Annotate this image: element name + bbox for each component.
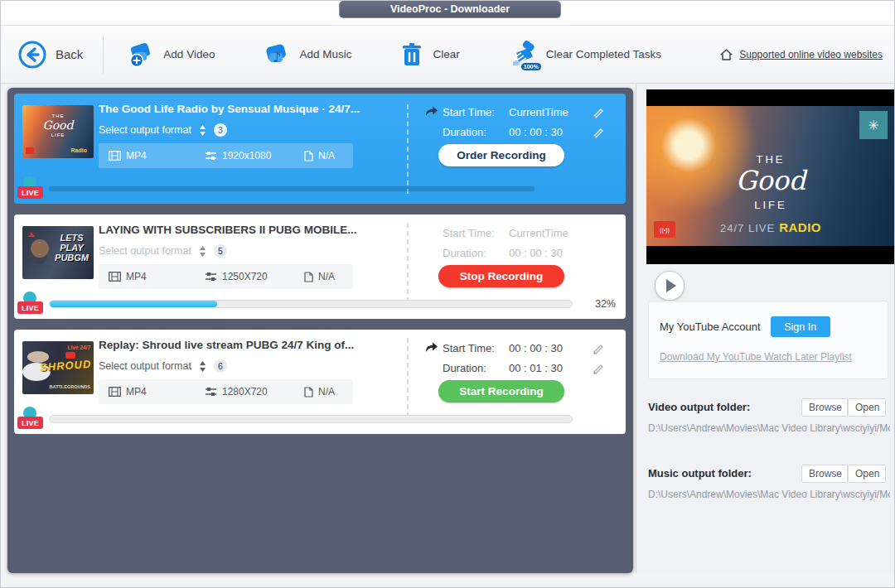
card-divider	[407, 104, 409, 194]
music-browse-button[interactable]: Browse	[801, 465, 848, 483]
youtube-account-label: My YouTube Account	[660, 321, 761, 333]
duration-value: 00 : 00 : 30	[509, 247, 585, 259]
thumb-text: PUBGM	[55, 253, 89, 263]
format-value: MP4	[126, 150, 147, 161]
toolbar: Back Add Video ♪ Add Music Clear 100%	[1, 26, 894, 84]
film-icon	[109, 272, 121, 282]
share-arrow-icon	[424, 341, 438, 354]
film-icon	[109, 387, 121, 397]
file-icon	[304, 272, 313, 282]
select-format-label: Select output format	[99, 124, 191, 136]
video-browse-button[interactable]: Browse	[801, 398, 848, 417]
clear-label: Clear	[433, 48, 459, 60]
task-card-1[interactable]: THE Good LIFE Radio The Good Life Radio …	[14, 94, 626, 204]
select-format-label: Select output format	[99, 245, 191, 257]
sort-arrows-icon	[199, 125, 206, 136]
resolution-value: 1280X720	[222, 386, 268, 398]
add-video-icon	[127, 41, 155, 69]
thumb-text: SHROUD	[39, 358, 91, 374]
supported-websites-link[interactable]: Supported online video websites	[719, 48, 883, 61]
add-video-label: Add Video	[163, 48, 215, 60]
task-2-progress-fill	[50, 301, 217, 307]
card-divider	[407, 338, 409, 417]
resolution-value: 1250X720	[222, 271, 268, 282]
duration-value: 00 : 01 : 30	[509, 362, 585, 374]
detail-panel: THE Good LIFE 24/7 LIVERADIO ((•)) ✳ My …	[636, 84, 895, 573]
task-2-title: LAYING WITH SUBSCRIBERS II PUBG MOBILE..…	[99, 224, 404, 236]
start-time-value: 00 : 00 : 30	[509, 342, 585, 354]
stop-recording-button[interactable]: Stop Recording	[438, 265, 564, 287]
task-card-2[interactable]: ➤ LETSPLAYPUBGM LAYING WITH SUBSCRIBERS …	[14, 214, 626, 319]
broom-icon: 100%	[508, 41, 538, 69]
window-title: VideoProc - Downloader	[339, 1, 561, 18]
preview-subtitle: 24/7 LIVERADIO	[720, 220, 821, 234]
preview-scene: THE Good LIFE 24/7 LIVERADIO ((•)) ✳	[646, 106, 895, 246]
back-icon	[17, 40, 47, 70]
task-card-3[interactable]: Live 24/7 SHROUD BATTLEGROUNDS Replay: S…	[14, 330, 626, 434]
order-recording-button[interactable]: Order Recording	[438, 144, 564, 166]
watch-later-playlist-link[interactable]: Download My YouTube Watch Later Playlist	[660, 351, 852, 363]
file-icon	[304, 387, 313, 398]
video-output-path: D:\Users\Andrew\Movies\Mac Video Library…	[648, 422, 890, 434]
task-3-title: Replay: Shroud live stream PUBG 24/7 Kin…	[99, 339, 404, 351]
task-1-thumbnail: THE Good LIFE Radio	[22, 105, 94, 158]
task-3-format-bar: MP4 1280X720 N/A	[99, 379, 353, 404]
task-2-format-select[interactable]: Select output format 5	[99, 244, 227, 258]
edit-start-icon[interactable]	[592, 106, 604, 118]
duration-label: Duration:	[443, 247, 502, 259]
edit-duration-icon[interactable]	[592, 362, 604, 374]
sort-arrows-icon	[199, 246, 206, 257]
music-output-folder-label: Music output folder:	[648, 467, 752, 480]
channel-logo: ✳	[859, 111, 888, 139]
thumb-text: PLAY	[60, 243, 84, 253]
start-recording-button[interactable]: Start Recording	[438, 380, 564, 402]
task-2-progress	[49, 300, 573, 308]
resolution-icon	[205, 387, 217, 397]
resolution-icon	[205, 272, 217, 282]
preview-subtitle-prefix: 24/7 LIVE	[720, 222, 775, 234]
task-1-format-select[interactable]: Select output format 3	[99, 123, 227, 137]
supported-websites-label: Supported online video websites	[739, 49, 883, 60]
task-2-progress-label: 32%	[595, 298, 616, 310]
task-1-format-bar: MP4 1920x1080 N/A	[99, 143, 353, 168]
back-button[interactable]: Back	[17, 40, 83, 70]
format-value: MP4	[126, 386, 147, 398]
share-arrow-icon	[424, 105, 438, 118]
thumb-youtube-mark	[65, 352, 75, 359]
clear-button[interactable]: Clear	[399, 41, 459, 68]
play-button[interactable]	[655, 271, 685, 301]
toolbar-divider	[103, 36, 104, 74]
format-count-badge: 6	[214, 359, 227, 373]
task-3-format-select[interactable]: Select output format 6	[99, 359, 227, 373]
clear-completed-button[interactable]: 100% Clear Completed Tasks	[508, 41, 661, 69]
clear-completed-label: Clear Completed Tasks	[546, 48, 661, 60]
live-badge: LIVE	[17, 186, 43, 199]
thumb-text: LIFE	[51, 133, 65, 137]
file-icon	[304, 151, 313, 161]
video-preview[interactable]: THE Good LIFE 24/7 LIVERADIO ((•)) ✳	[646, 89, 895, 264]
music-open-button[interactable]: Open	[848, 465, 886, 483]
thumb-text: Good	[42, 118, 73, 132]
music-output-path: D:\Users\Andrew\Movies\Mac Video Library…	[648, 489, 890, 500]
edit-start-icon[interactable]	[592, 342, 604, 354]
thumb-face	[31, 239, 49, 258]
filesize-value: N/A	[318, 271, 335, 282]
trash-icon	[399, 41, 424, 68]
add-video-button[interactable]: Add Video	[127, 41, 215, 69]
thumb-text: Radio	[71, 147, 87, 153]
format-count-badge: 5	[214, 244, 227, 258]
format-count-badge: 3	[214, 123, 227, 137]
preview-text: Good	[736, 165, 806, 196]
youtube-account-card: My YouTube Account Sign In Download My Y…	[648, 301, 888, 379]
edit-duration-icon[interactable]	[592, 126, 604, 138]
video-open-button[interactable]: Open	[848, 398, 886, 417]
thumb-text: Live 24/7	[68, 345, 90, 350]
start-time-label: Start Time:	[443, 106, 502, 118]
live-badge: LIVE	[17, 301, 43, 314]
thumb-live-mark	[26, 147, 34, 154]
add-music-button[interactable]: ♪ Add Music	[263, 41, 351, 69]
task-2-thumbnail: ➤ LETSPLAYPUBGM	[22, 226, 94, 279]
select-format-label: Select output format	[99, 360, 191, 372]
sign-in-button[interactable]: Sign In	[771, 316, 830, 337]
add-music-label: Add Music	[299, 48, 351, 60]
